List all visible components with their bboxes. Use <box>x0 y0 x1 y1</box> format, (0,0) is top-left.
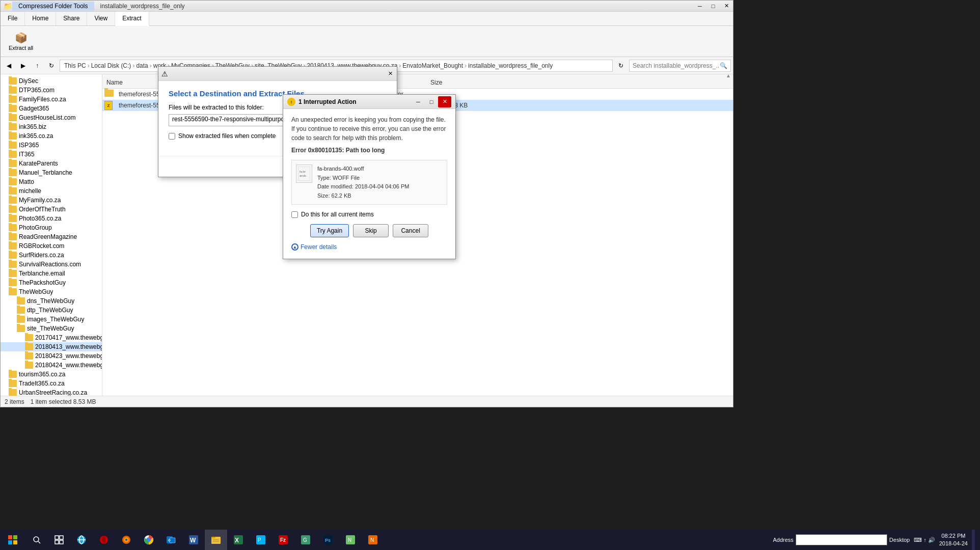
taskbar-search-icon[interactable] <box>25 530 48 550</box>
sidebar-item-myfamily[interactable]: MyFamily.co.za <box>1 196 102 205</box>
taskbar-ie-icon[interactable] <box>70 530 93 550</box>
tab-extract[interactable]: Extract <box>115 12 149 26</box>
interrupted-close-btn[interactable]: ✕ <box>438 96 451 107</box>
sidebar-item-ink365biz[interactable]: ink365.biz <box>1 122 102 131</box>
show-desktop-button[interactable] <box>972 530 975 550</box>
skip-button[interactable]: Skip <box>353 224 389 237</box>
taskbar-outlook-icon[interactable]: O <box>160 530 182 550</box>
folder-icon <box>17 325 25 332</box>
sys-tray-2[interactable]: ↑ <box>923 537 927 543</box>
taskbar-clock[interactable]: 08:22 PM 2018-04-24 <box>939 532 968 548</box>
interrupted-dothisforall-checkbox[interactable] <box>291 211 298 218</box>
sidebar-item-20170417[interactable]: 20170417_www.thewebguy.co.za <box>1 333 102 342</box>
taskbar-app9-icon[interactable]: N <box>362 530 384 550</box>
sidebar-item-terblanche[interactable]: Terblanche.email <box>1 269 102 278</box>
extract-dialog-close[interactable]: ✕ <box>384 68 397 79</box>
taskbar-opera-icon[interactable] <box>93 530 115 550</box>
fewer-details-link[interactable]: ▲ Fewer details <box>291 241 447 253</box>
sidebar-item-matto[interactable]: Matto <box>1 177 102 186</box>
sidebar-item-photo365[interactable]: Photo365.co.za <box>1 214 102 223</box>
interrupted-restore-btn[interactable]: □ <box>425 96 438 107</box>
up-button[interactable]: ↑ <box>31 60 43 72</box>
sidebar-item-manuel[interactable]: Manuel_Terblanche <box>1 168 102 177</box>
sidebar-item-karateparents[interactable]: KarateParents <box>1 159 102 168</box>
restore-button[interactable]: □ <box>706 1 720 12</box>
sidebar-item-tradeit365[interactable]: TradeIt365.co.za <box>1 379 102 388</box>
bc-installable[interactable]: installable_wordpress_file_only <box>468 62 553 69</box>
search-box[interactable]: 🔍 <box>629 60 731 72</box>
sidebar-item-photogroup[interactable]: PhotoGroup <box>1 223 102 232</box>
sidebar-item-ink365coza[interactable]: ink365.co.za <box>1 131 102 141</box>
sidebar-item-20180423[interactable]: 20180423_www.thewebguy.co.za <box>1 351 102 361</box>
sidebar-item-urbanstreetcoza[interactable]: UrbanStreetRacing.co.za <box>1 388 102 396</box>
sidebar-item-familyfiles[interactable]: FamilyFiles.co.za <box>1 95 102 104</box>
sidebar-item-michelle[interactable]: michelle <box>1 186 102 196</box>
taskbar-taskview-icon[interactable] <box>48 530 70 550</box>
minimize-button[interactable]: ─ <box>693 1 706 12</box>
sidebar-item-20180413[interactable]: 20180413_www.thewebguy.co.za <box>1 342 102 351</box>
taskbar-firefox-icon[interactable] <box>115 530 138 550</box>
sidebar-item-orderofthetruth[interactable]: OrderOfTheTruth <box>1 205 102 214</box>
sidebar-item-20180424[interactable]: 20180424_www.thewebguy.co.za <box>1 361 102 370</box>
sidebar-item-dns[interactable]: dns_TheWebGuy <box>1 296 102 306</box>
svg-rect-6 <box>13 535 17 539</box>
tab-home[interactable]: Home <box>25 12 56 25</box>
refresh2-button[interactable]: ↻ <box>615 60 627 72</box>
sidebar-item-readgreen[interactable]: ReadGreenMagazine <box>1 232 102 241</box>
try-again-button[interactable]: Try Again <box>310 224 349 237</box>
sidebar-label: dns_TheWebGuy <box>27 297 74 305</box>
start-button[interactable] <box>0 530 25 550</box>
close-button[interactable]: ✕ <box>720 1 733 12</box>
sidebar-item-dtp[interactable]: dtp_TheWebGuy <box>1 306 102 315</box>
sidebar-item-it365[interactable]: IT365 <box>1 150 102 159</box>
extract-all-button[interactable]: 📦 Extract all <box>5 30 37 53</box>
sidebar-item-site[interactable]: site_TheWebGuy <box>1 324 102 333</box>
sidebar-item-gadget365[interactable]: Gadget365 <box>1 104 102 113</box>
sys-tray-1[interactable]: ⌨ <box>914 537 922 543</box>
extract-show-checkbox[interactable] <box>169 133 175 140</box>
sidebar-label: Terblanche.email <box>19 270 65 277</box>
folder-icon <box>9 77 17 85</box>
bc-thispc[interactable]: This PC <box>64 62 86 69</box>
sidebar-item-surfriders[interactable]: SurfRiders.co.za <box>1 251 102 260</box>
tab-view[interactable]: View <box>87 12 115 25</box>
col-header-size[interactable]: Size <box>430 79 471 86</box>
tab-file[interactable]: File <box>1 12 25 25</box>
bc-data[interactable]: data <box>136 62 148 69</box>
sidebar-item-diysec[interactable]: DiySec <box>1 76 102 86</box>
sidebar-item-thepackshotguy[interactable]: ThePackshotGuy <box>1 278 102 287</box>
taskbar-photoshop-icon[interactable]: Ps <box>317 530 339 550</box>
interrupted-dialog: ! 1 Interrupted Action ─ □ ✕ An unexpect… <box>283 94 456 259</box>
taskbar-icons: O W X P Fz G Ps N <box>25 530 384 550</box>
sidebar-item-isp365[interactable]: ISP365 <box>1 141 102 150</box>
taskbar-paint-icon[interactable]: P <box>250 530 272 550</box>
sidebar-item-dtp365[interactable]: DTP365.com <box>1 86 102 95</box>
taskbar-app6-icon[interactable]: G <box>294 530 317 550</box>
address-field[interactable] <box>798 537 885 543</box>
taskbar-word-icon[interactable]: W <box>182 530 205 550</box>
sidebar-item-thewebguy[interactable]: TheWebGuy <box>1 287 102 296</box>
folder-icon <box>9 206 17 213</box>
clock-time: 08:22 PM <box>939 532 968 540</box>
interrupted-cancel-button[interactable]: Cancel <box>393 224 428 237</box>
forward-button[interactable]: ▶ <box>17 60 29 72</box>
bc-localdisk[interactable]: Local Disk (C:) <box>91 62 131 69</box>
taskbar-filezilla-icon[interactable]: Fz <box>272 530 294 550</box>
taskbar-explorer-icon[interactable] <box>205 530 227 550</box>
sidebar-item-images[interactable]: images_TheWebGuy <box>1 315 102 324</box>
sidebar-item-survival[interactable]: SurvivalReactions.com <box>1 260 102 269</box>
sidebar-item-rgbrocket[interactable]: RGBRocket.com <box>1 241 102 251</box>
taskbar-chrome-icon[interactable] <box>138 530 160 550</box>
interrupted-minimize-btn[interactable]: ─ <box>412 96 425 107</box>
taskbar-app8-icon[interactable]: N <box>339 530 362 550</box>
bc-envato[interactable]: EnvatoMarket_Bought <box>402 62 463 69</box>
sys-tray-3[interactable]: 🔊 <box>928 537 935 543</box>
tab-share[interactable]: Share <box>56 12 87 25</box>
sidebar-item-tourism365[interactable]: tourism365.co.za <box>1 370 102 379</box>
search-input[interactable] <box>633 62 720 69</box>
refresh-button[interactable]: ↻ <box>45 60 58 72</box>
taskbar-address-input[interactable] <box>796 534 887 545</box>
taskbar-excel-icon[interactable]: X <box>227 530 250 550</box>
back-button[interactable]: ◀ <box>3 60 15 72</box>
sidebar-item-guesthouselist[interactable]: GuestHouseList.com <box>1 113 102 122</box>
